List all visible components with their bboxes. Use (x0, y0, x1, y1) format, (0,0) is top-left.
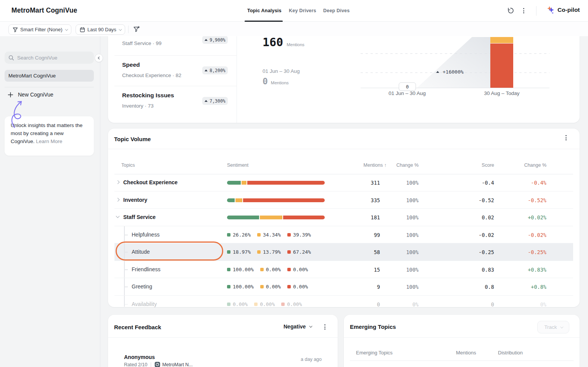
zero-value-marker: 0 (399, 82, 416, 91)
tree-tick (124, 304, 128, 305)
change-badge: 8,200% (202, 66, 228, 74)
search-field[interactable] (17, 55, 86, 61)
new-cognivue-button[interactable]: New CogniVue (8, 92, 53, 98)
main-content: Staff Service · 99 9,900% Speed Checkout… (100, 36, 588, 367)
mentions-stat-current: 160 Mentions (263, 36, 304, 49)
x-axis (361, 88, 549, 88)
filter-funnel-icon (13, 27, 18, 32)
tab-key-drivers[interactable]: Key Drivers (289, 8, 316, 13)
change-value: 100% (406, 267, 419, 273)
sentiment-legend: 100.00% 0.00% 0.00% (227, 267, 308, 272)
column-header-score[interactable]: Score (482, 163, 494, 168)
table-row-availability[interactable]: Availability 0.00% 0.00% 0.00% 0 0% 0 0% (108, 296, 580, 307)
change-value: 100% (406, 249, 419, 255)
smart-filter-dropdown[interactable]: Smart Filter (None) (8, 24, 71, 35)
feedback-rating: Rated 2/10 (124, 362, 147, 367)
sidebar-divider (100, 36, 100, 367)
kebab-menu-icon[interactable] (565, 135, 567, 140)
source-app-icon (155, 362, 160, 367)
trending-title: Restocking Issues (122, 92, 174, 99)
kebab-menu-icon[interactable] (523, 8, 524, 13)
copilot-button[interactable]: Co-pilot (547, 6, 580, 14)
chevron-right-icon[interactable] (116, 180, 120, 184)
previous-mentions-value: 0 (263, 76, 268, 86)
positive-square-icon (227, 250, 230, 254)
change-value: 100% (406, 232, 419, 238)
change-value: 0% (412, 301, 419, 307)
search-input[interactable] (5, 52, 94, 64)
trending-subtitle: Checkout Experience · 82 (122, 72, 181, 78)
column-header-score-change[interactable]: Change % (524, 163, 546, 168)
search-icon (8, 55, 14, 61)
triangle-up-icon (205, 100, 208, 102)
x-axis-label: 01 Jun – 30 Aug (373, 90, 441, 96)
mentions-value: 99 (374, 232, 380, 238)
emerging-topics-card: Emerging Topics Track Emerging Topics Me… (344, 315, 580, 367)
kebab-menu-icon[interactable] (324, 324, 325, 330)
column-header-sentiment: Sentiment (227, 163, 248, 168)
learn-more-link[interactable]: Learn More (36, 138, 62, 144)
positive-square-icon (227, 233, 230, 237)
feedback-timestamp: a day ago (301, 357, 322, 362)
table-row-inventory[interactable]: Inventory 335 100% -0.52 -0.52% (108, 192, 580, 209)
track-button[interactable]: Track (537, 321, 569, 333)
refresh-icon[interactable] (507, 7, 514, 14)
score-change-value: -0.25% (528, 249, 546, 255)
tab-deep-dives[interactable]: Deep Dives (323, 8, 350, 13)
sentiment-legend: 26.26% 34.34% 39.39% (227, 232, 311, 238)
sentiment-legend: 100.00% 0.00% 0.00% (227, 284, 308, 290)
sentiment-bar (227, 198, 325, 202)
column-header-topics: Topics (121, 163, 135, 168)
column-header-mentions[interactable]: Mentions ↑ (364, 163, 387, 168)
active-tab-underline (245, 21, 283, 22)
change-badge: 7,300% (202, 97, 228, 105)
subtopic-name: Friendliness (132, 266, 160, 272)
recent-feedback-card: Recent Feedback Negative Anonymous Rated… (108, 315, 338, 367)
topic-name: Inventory (123, 197, 147, 203)
mentions-bar[interactable] (490, 37, 513, 88)
positive-square-icon (227, 303, 230, 306)
chevron-right-icon[interactable] (116, 198, 120, 202)
tab-topic-analysis[interactable]: Topic Analysis (247, 8, 282, 13)
app-window: Staff Service · 99 9,900% Speed Checkout… (0, 0, 588, 367)
sentiment-legend: 0.00% 0.00% 0.00% (227, 301, 302, 307)
neutral-square-icon (254, 303, 258, 306)
table-row-checkout-experience[interactable]: Checkout Experience 311 100% -0.4 -0.4% (108, 174, 580, 191)
date-range-dropdown[interactable]: Last 90 Days (76, 24, 125, 35)
divider (350, 361, 574, 361)
score-change-value: -0.52% (528, 197, 546, 203)
feedback-filter-dropdown[interactable]: Negative (284, 324, 311, 330)
tree-tick (124, 269, 128, 270)
triangle-up-icon (436, 71, 439, 73)
chevron-down-icon (65, 27, 68, 31)
change-value: 100% (406, 284, 419, 290)
table-row-friendliness[interactable]: Friendliness 100.00% 0.00% 0.00% 15 100%… (108, 261, 580, 278)
mentions-value: 0 (377, 301, 380, 307)
column-header-mentions: Mentions (456, 350, 476, 356)
chevron-down-icon (309, 324, 313, 327)
attitude-annotation-circle (116, 241, 223, 261)
add-filter-icon[interactable] (133, 26, 140, 33)
subtopic-name: Greeting (132, 283, 152, 290)
table-row-helpfulness[interactable]: Helpfulness 26.26% 34.34% 39.39% 99 100%… (108, 226, 580, 243)
divider (128, 26, 129, 33)
divider (108, 337, 338, 338)
chart-change-annotation: +16000% (436, 69, 464, 75)
score-change-value: 0% (540, 301, 546, 307)
neutral-square-icon (257, 250, 261, 254)
score-change-value: +0.83% (528, 267, 546, 273)
copilot-sparkle-icon (547, 6, 554, 14)
sidebar-item-workspace[interactable]: MetroMart CogniVue (5, 70, 94, 82)
column-header-change[interactable]: Change % (396, 163, 419, 168)
score-value: -0.4 (482, 180, 494, 186)
score-change-value: -0.02% (528, 232, 546, 238)
filter-bar: Smart Filter (None) Last 90 Days (0, 22, 588, 36)
neutral-square-icon (260, 285, 264, 288)
trending-subtitle: Staff Service · 99 (122, 40, 161, 46)
score-change-value: +0.02% (528, 214, 546, 221)
table-row-greeting[interactable]: Greeting 100.00% 0.00% 0.00% 9 100% 0.8 … (108, 278, 580, 295)
chevron-down-icon[interactable] (116, 214, 120, 218)
table-row-staff-service[interactable]: Staff Service 181 100% 0.02 +0.02% (108, 209, 580, 226)
change-value: 100% (406, 214, 419, 221)
sidebar-collapse-button[interactable] (95, 54, 103, 62)
